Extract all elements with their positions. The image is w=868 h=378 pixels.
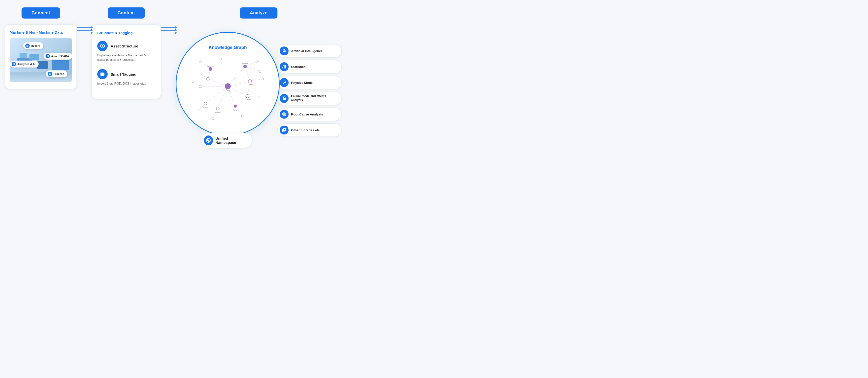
- svg-text:Equipment: Equipment: [207, 65, 214, 67]
- arrow-lines-2: [161, 27, 176, 33]
- context-button[interactable]: Context: [108, 7, 145, 19]
- arrow-context-analyze: [161, 27, 176, 33]
- analytics-ai-badge: Analytics & AI: [10, 61, 39, 68]
- arrow-connect-context: [77, 27, 92, 33]
- smart-tagging-title: Smart Tagging: [111, 72, 136, 76]
- svg-point-68: [283, 112, 286, 115]
- machine-block-4: [29, 54, 39, 60]
- asset-scada-badge: Asset,SCADA: [43, 53, 72, 60]
- context-card: Structure & Tagging Asset Structure Digi…: [92, 25, 161, 99]
- connect-card-title: Machine & Non- Machine Data: [10, 30, 72, 34]
- smart-tagging-item: Smart Tagging Import & tag P&ID, DCS ima…: [97, 69, 155, 86]
- svg-line-14: [228, 86, 248, 96]
- svg-point-52: [197, 110, 199, 112]
- record-label: Record: [31, 44, 40, 47]
- connect-card: Machine & Non- Machine Data Record: [5, 25, 77, 89]
- arrow-line-2: [77, 30, 92, 31]
- record-badge: Record: [23, 42, 43, 49]
- svg-line-33: [248, 81, 250, 96]
- svg-point-48: [261, 78, 264, 80]
- svg-point-43: [207, 77, 209, 80]
- connect-header: Connect: [22, 7, 60, 25]
- asset-structure-item: Asset Structure Digital representation -…: [97, 41, 155, 62]
- svg-rect-1: [27, 46, 28, 46]
- unified-namespace-icon: [204, 135, 213, 145]
- svg-text:Process: Process: [215, 112, 220, 113]
- arrow-lines-1: [77, 27, 92, 33]
- svg-point-10: [102, 45, 103, 47]
- process-badge: Process: [46, 70, 67, 77]
- svg-point-42: [199, 85, 202, 88]
- unified-namespace-label: Unified Namespace: [216, 136, 247, 145]
- unified-namespace-badge[interactable]: Unified Namespace: [201, 133, 252, 148]
- fmea-icon: [280, 94, 288, 103]
- svg-line-11: [210, 69, 228, 86]
- svg-text:Quality: Quality: [247, 99, 251, 100]
- svg-point-41: [204, 102, 207, 105]
- svg-line-17: [206, 86, 228, 104]
- svg-point-36: [243, 65, 247, 68]
- other-libraries-label: Other Libraries etc.: [291, 128, 320, 132]
- asset-scada-label: Asset,SCADA: [51, 55, 69, 58]
- statistics-tool-badge[interactable]: Statistics: [277, 60, 342, 73]
- analyze-button[interactable]: Analyze: [240, 7, 277, 19]
- ai-tool-badge[interactable]: Artificial Intelligence: [277, 44, 342, 58]
- svg-rect-62: [283, 67, 283, 68]
- svg-text:Plant: Plant: [226, 89, 230, 91]
- arrow-line-1: [77, 27, 92, 28]
- statistics-icon: [280, 62, 288, 71]
- asset-structure-icon: [97, 41, 108, 51]
- fmea-badge[interactable]: Failure mode and effects analysis: [277, 92, 342, 105]
- asset-structure-header: Asset Structure: [97, 41, 155, 51]
- record-icon: [25, 43, 30, 48]
- svg-point-4: [47, 56, 48, 57]
- svg-point-50: [241, 115, 244, 117]
- svg-point-44: [219, 58, 221, 60]
- context-card-title: Structure & Tagging: [97, 31, 155, 35]
- svg-point-65: [284, 82, 285, 83]
- svg-point-47: [259, 70, 261, 73]
- svg-point-38: [246, 95, 249, 98]
- svg-text:Safety: Safety: [249, 84, 253, 85]
- physics-model-label: Physics Model: [291, 81, 313, 84]
- process-label: Process: [54, 72, 64, 75]
- machine-block-5: [20, 53, 27, 58]
- analytics-ai-icon: [12, 62, 16, 66]
- asset-structure-title: Asset Structure: [111, 44, 138, 48]
- rca-badge[interactable]: Root Cause Analysis: [277, 107, 342, 121]
- svg-point-45: [199, 60, 202, 63]
- connect-button[interactable]: Connect: [22, 7, 60, 19]
- arrow-line-6: [161, 33, 176, 33]
- other-libraries-icon: [280, 126, 288, 135]
- svg-text:Systems: Systems: [242, 63, 248, 64]
- svg-point-35: [208, 67, 212, 71]
- arrow-line-4: [161, 27, 176, 28]
- smart-tagging-header: Smart Tagging: [97, 69, 155, 79]
- svg-point-69: [283, 113, 285, 115]
- right-panel: Artificial Intelligence Statistics Physi…: [277, 44, 342, 137]
- svg-text:Energy: Energy: [232, 109, 237, 111]
- knowledge-graph-title: Knowledge Graph: [209, 45, 247, 50]
- svg-rect-8: [49, 73, 51, 75]
- connect-section: Connect Machine & Non- Machine Data Reco…: [5, 7, 77, 89]
- svg-line-13: [228, 81, 250, 86]
- rca-label: Root Cause Analysis: [291, 112, 323, 116]
- arrow-line-5: [161, 30, 176, 31]
- smart-tagging-icon: [97, 69, 108, 79]
- smart-tagging-desc: Import & tag P&ID, DCS images etc.,: [97, 81, 155, 86]
- other-libraries-badge[interactable]: Other Libraries etc.: [277, 123, 342, 137]
- fmea-label: Failure mode and effects analysis: [291, 95, 337, 102]
- svg-point-39: [234, 104, 237, 108]
- svg-line-32: [245, 67, 250, 81]
- context-header: Context: [108, 7, 145, 25]
- svg-rect-2: [27, 46, 28, 47]
- center-node: [225, 83, 231, 89]
- svg-point-40: [216, 107, 219, 110]
- knowledge-graph-svg: Plant: [186, 47, 270, 126]
- physics-model-icon: [280, 78, 288, 87]
- physics-model-badge[interactable]: Physics Model: [277, 76, 342, 89]
- ai-icon: [280, 46, 288, 56]
- svg-line-23: [245, 67, 260, 71]
- svg-line-12: [228, 67, 245, 86]
- svg-rect-64: [285, 65, 286, 68]
